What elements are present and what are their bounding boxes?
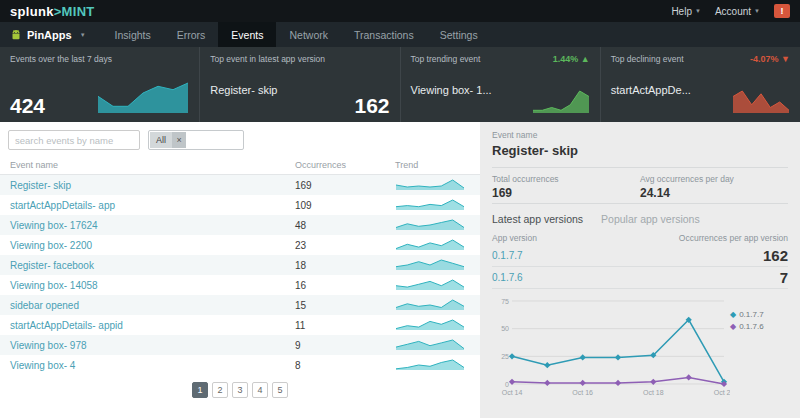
nav-item-settings[interactable]: Settings [427, 22, 491, 47]
sparkline-chart [395, 277, 465, 291]
table-row[interactable]: Viewing box- 9789 [0, 335, 480, 355]
svg-text:Oct 14: Oct 14 [502, 389, 523, 396]
declining-delta: -4.07% ▼ [750, 54, 790, 64]
table-row[interactable]: Viewing box- 48 [0, 355, 480, 375]
nav-item-network[interactable]: Network [276, 22, 341, 47]
event-name-link[interactable]: Register- facebook [10, 260, 94, 271]
sparkline-chart [395, 357, 465, 371]
legend-item-0.1.7.6: ◆0.1.7.6 [730, 322, 788, 331]
nav-item-errors[interactable]: Errors [164, 22, 219, 47]
summary-card-declining: Top declining event -4.07% ▼ startActApp… [600, 47, 800, 122]
table-row[interactable]: sidebar opened15 [0, 295, 480, 315]
occurrences-value: 23 [285, 235, 385, 255]
trend-sparkline [385, 215, 480, 235]
trend-sparkline [385, 235, 480, 255]
summary-cards: Events over the last 7 days 424 Top even… [0, 47, 800, 122]
account-menu[interactable]: Account▼ [715, 6, 760, 17]
chevron-down-icon: ▼ [695, 8, 701, 14]
svg-text:Oct 20: Oct 20 [714, 389, 730, 396]
detail-event-name-label: Event name [492, 130, 788, 140]
nav-item-transactions[interactable]: Transactions [341, 22, 427, 47]
version-occurrences: 7 [780, 269, 788, 286]
occurrences-value: 9 [285, 335, 385, 355]
event-name-link[interactable]: startActAppDetails- app [10, 200, 115, 211]
event-name-link[interactable]: Viewing box- 4 [10, 360, 75, 371]
trending-sparkline [532, 88, 590, 116]
events-7d-value: 424 [10, 95, 45, 116]
column-header-event-name: Event name [0, 156, 285, 175]
occurrences-value: 16 [285, 275, 385, 295]
page-button-4[interactable]: 4 [252, 382, 268, 398]
occurrences-value: 18 [285, 255, 385, 275]
detail-stats: Total occurrences 169 Avg occurrences pe… [492, 174, 788, 200]
versions-header: App version Occurrences per app version [492, 233, 788, 243]
logo-mint: MINT [62, 4, 95, 19]
divider [492, 203, 788, 204]
nav-item-events[interactable]: Events [218, 22, 276, 47]
page-button-5[interactable]: 5 [272, 382, 288, 398]
divider [492, 167, 788, 168]
event-name-link[interactable]: Register- skip [10, 180, 71, 191]
filter-select[interactable]: All × [148, 130, 244, 150]
chart-legend: ◆0.1.7.7◆0.1.7.6 [730, 294, 788, 398]
page-button-1[interactable]: 1 [192, 382, 208, 398]
event-name-link[interactable]: Viewing box- 14058 [10, 280, 98, 291]
trend-sparkline [385, 355, 480, 375]
content: All × Event name Occurrences Trend Regis… [0, 122, 800, 418]
sparkline-chart [395, 317, 465, 331]
search-input[interactable] [8, 130, 140, 150]
trend-sparkline [385, 255, 480, 275]
events-table-body: Register- skip169startActAppDetails- app… [0, 175, 480, 376]
stat-avg-occurrences: Avg occurrences per day 24.14 [640, 174, 788, 200]
table-row[interactable]: Register- skip169 [0, 175, 480, 196]
nav-items: InsightsErrorsEventsNetworkTransactionsS… [102, 22, 491, 47]
trending-event-name[interactable]: Viewing box- 1... [411, 84, 492, 96]
card-title: Top declining event [611, 54, 684, 64]
top-event-value: 162 [354, 95, 389, 116]
svg-text:50: 50 [501, 325, 509, 332]
version-row: 0.1.7.7162 [492, 245, 788, 267]
sparkline-chart [395, 297, 465, 311]
top-event-name[interactable]: Register- skip [210, 84, 277, 96]
column-header-occurrences: Occurrences [285, 156, 385, 175]
event-name-link[interactable]: Viewing box- 2200 [10, 240, 92, 251]
remove-filter-icon[interactable]: × [172, 132, 186, 148]
declining-event-name[interactable]: startActAppDe... [611, 84, 691, 96]
table-row[interactable]: Register- facebook18 [0, 255, 480, 275]
sparkline-chart [395, 257, 465, 271]
version-row: 0.1.7.67 [492, 267, 788, 289]
tab-popular-app-versions[interactable]: Popular app versions [601, 213, 700, 225]
topbar: splunk>MINT Help▼ Account▼ ! [0, 0, 800, 22]
trend-sparkline [385, 195, 480, 215]
trend-sparkline [385, 335, 480, 355]
navbar: PinApps ▼ InsightsErrorsEventsNetworkTra… [0, 22, 800, 47]
version-link[interactable]: 0.1.7.7 [492, 250, 523, 261]
card-title: Events over the last 7 days [10, 54, 189, 64]
page-button-3[interactable]: 3 [232, 382, 248, 398]
event-name-link[interactable]: Viewing box- 17624 [10, 220, 98, 231]
chevron-down-icon: ▼ [80, 32, 86, 38]
topbar-menus: Help▼ Account▼ ! [671, 4, 790, 18]
table-row[interactable]: startActAppDetails- app109 [0, 195, 480, 215]
nav-item-insights[interactable]: Insights [102, 22, 164, 47]
table-row[interactable]: Viewing box- 1762448 [0, 215, 480, 235]
app-switcher[interactable]: PinApps ▼ [8, 22, 96, 47]
table-row[interactable]: Viewing box- 220023 [0, 235, 480, 255]
trend-sparkline [385, 275, 480, 295]
occurrences-value: 109 [285, 195, 385, 215]
table-row[interactable]: Viewing box- 1405816 [0, 275, 480, 295]
table-row[interactable]: startActAppDetails- appid11 [0, 315, 480, 335]
tab-latest-app-versions[interactable]: Latest app versions [492, 213, 583, 225]
svg-text:25: 25 [501, 353, 509, 360]
page-button-2[interactable]: 2 [212, 382, 228, 398]
event-name-link[interactable]: Viewing box- 978 [10, 340, 87, 351]
column-header-trend: Trend [385, 156, 480, 175]
sparkline-chart [395, 217, 465, 231]
event-name-link[interactable]: startActAppDetails- appid [10, 320, 123, 331]
alerts-icon[interactable]: ! [774, 4, 790, 18]
events-toolbar: All × [0, 122, 480, 156]
version-occurrences: 162 [763, 247, 788, 264]
event-name-link[interactable]: sidebar opened [10, 300, 79, 311]
version-link[interactable]: 0.1.7.6 [492, 272, 523, 283]
help-menu[interactable]: Help▼ [671, 6, 701, 17]
